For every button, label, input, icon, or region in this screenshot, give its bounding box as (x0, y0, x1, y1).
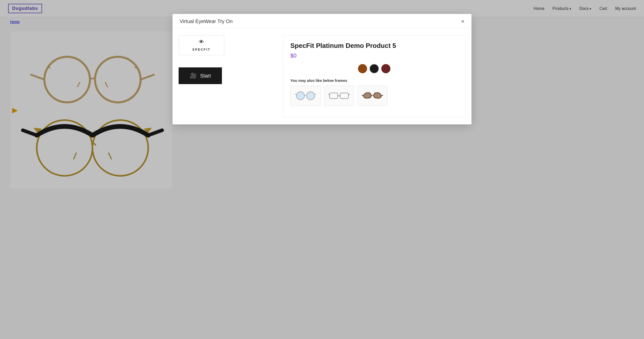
modal-color-swatches (290, 64, 458, 73)
modal-right-panel: SpecFit Platinum Demo Product 5 $0 You m… (283, 35, 465, 117)
camera-icon: 🎥 (190, 72, 197, 79)
specfit-logo: 👁 SPECFIT (179, 35, 224, 55)
svg-line-19 (315, 94, 316, 95)
svg-line-26 (381, 95, 383, 96)
svg-rect-21 (340, 93, 348, 99)
modal-swatch-black[interactable] (370, 64, 379, 73)
start-label: Start (200, 73, 211, 79)
also-like-label: You may also like below frames (290, 78, 458, 83)
frame-thumb-svg-3 (361, 89, 384, 102)
svg-line-18 (295, 94, 296, 95)
modal-product-price: $0 (290, 52, 458, 59)
virtual-tryon-modal: Virtual EyeWear Try On × 👁 (173, 14, 471, 124)
modal-swatch-brown[interactable] (358, 64, 367, 73)
frame-thumb-svg-2 (328, 89, 350, 102)
modal-overlay: Virtual EyeWear Try On × 👁 (0, 0, 644, 339)
frame-thumb-svg-1 (294, 89, 317, 102)
modal-title: Virtual EyeWear Try On (180, 18, 233, 24)
frame-thumbnail-3[interactable] (357, 86, 388, 106)
modal-body: 👁 SPECFIT 🎥 Start SpecFit Platinum Demo … (173, 28, 471, 124)
frame-thumbnails (290, 86, 458, 106)
modal-swatch-darkred[interactable] (381, 64, 390, 73)
svg-point-17 (307, 92, 315, 100)
start-tryon-button[interactable]: 🎥 Start (179, 67, 222, 84)
modal-left-panel: 👁 SPECFIT 🎥 Start (179, 35, 275, 117)
modal-close-button[interactable]: × (461, 19, 464, 24)
specfit-name: SPECFIT (192, 48, 211, 51)
svg-line-25 (362, 95, 363, 96)
svg-rect-20 (330, 93, 338, 99)
frame-thumbnail-2[interactable] (324, 86, 354, 106)
modal-header: Virtual EyeWear Try On × (173, 14, 471, 28)
svg-point-16 (296, 92, 305, 100)
modal-product-title: SpecFit Platinum Demo Product 5 (290, 42, 458, 50)
frame-thumbnail-1[interactable] (290, 86, 321, 106)
eye-icon: 👁 (199, 39, 204, 45)
